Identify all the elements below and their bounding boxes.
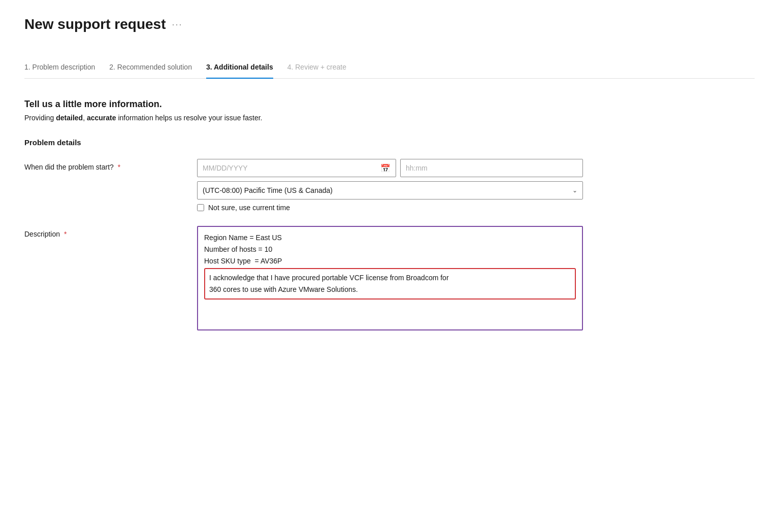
section-title: Tell us a little more information. xyxy=(24,99,755,110)
time-input-field[interactable]: hh:mm xyxy=(400,159,583,177)
description-content[interactable]: Region Name = East US Number of hosts = … xyxy=(198,227,582,329)
page-title-ellipsis[interactable]: ··· xyxy=(172,19,182,30)
problem-start-row: When did the problem start? * MM/DD/YYYY… xyxy=(24,159,755,216)
description-controls: Region Name = East US Number of hosts = … xyxy=(197,226,583,330)
date-placeholder: MM/DD/YYYY xyxy=(203,164,380,172)
chevron-down-icon: ⌄ xyxy=(572,187,577,194)
description-line-1: Region Name = East US xyxy=(204,232,576,244)
not-sure-checkbox-row: Not sure, use current time xyxy=(197,204,583,212)
description-line-4: I acknowledge that I have procured porta… xyxy=(209,272,571,284)
description-line-empty2 xyxy=(204,313,576,324)
not-sure-label[interactable]: Not sure, use current time xyxy=(208,204,290,212)
description-line-5: 360 cores to use with Azure VMware Solut… xyxy=(209,284,571,295)
not-sure-checkbox[interactable] xyxy=(197,204,204,211)
description-line-2: Number of hosts = 10 xyxy=(204,244,576,255)
wizard-step-2[interactable]: 2. Recommended solution xyxy=(109,57,206,78)
problem-start-controls: MM/DD/YYYY 📅 hh:mm (UTC-08:00) Pacific T… xyxy=(197,159,583,216)
description-textarea-container[interactable]: Region Name = East US Number of hosts = … xyxy=(197,226,583,330)
required-asterisk-desc: * xyxy=(64,230,67,238)
date-time-row: MM/DD/YYYY 📅 hh:mm xyxy=(197,159,583,177)
description-line-empty xyxy=(204,301,576,312)
section-subtitle: Providing detailed, accurate information… xyxy=(24,114,755,122)
page-title: New support request xyxy=(24,16,166,32)
date-input-field[interactable]: MM/DD/YYYY 📅 xyxy=(197,159,396,177)
wizard-step-4[interactable]: 4. Review + create xyxy=(287,57,361,78)
page-header: New support request ··· xyxy=(24,16,755,32)
description-line-3: Host SKU type = AV36P xyxy=(204,255,576,267)
wizard-step-3[interactable]: 3. Additional details xyxy=(206,57,287,78)
problem-start-label: When did the problem start? * xyxy=(24,159,197,171)
description-row: Description * Region Name = East US Numb… xyxy=(24,226,755,330)
timezone-dropdown[interactable]: (UTC-08:00) Pacific Time (US & Canada) ⌄ xyxy=(197,181,583,200)
description-label: Description * xyxy=(24,226,197,238)
wizard-step-1[interactable]: 1. Problem description xyxy=(24,57,109,78)
calendar-icon[interactable]: 📅 xyxy=(380,163,391,173)
required-asterisk-start: * xyxy=(118,163,120,171)
wizard-steps: 1. Problem description 2. Recommended so… xyxy=(24,57,755,79)
timezone-value: (UTC-08:00) Pacific Time (US & Canada) xyxy=(203,186,572,194)
problem-details-header: Problem details xyxy=(24,138,755,147)
problem-details-section: Problem details When did the problem sta… xyxy=(24,138,755,330)
highlighted-acknowledgement: I acknowledge that I have procured porta… xyxy=(204,268,576,300)
